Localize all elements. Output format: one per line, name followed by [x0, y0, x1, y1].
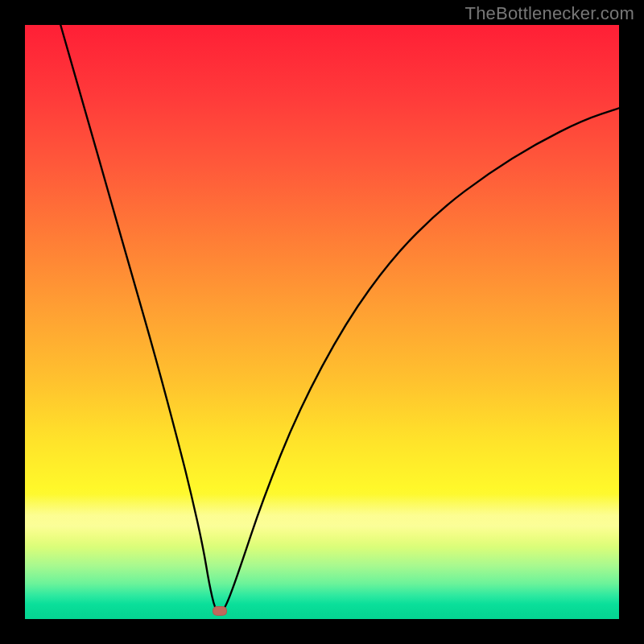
- curve-svg: [25, 25, 619, 619]
- chart-stage: TheBottlenecker.com: [0, 0, 644, 644]
- plot-frame: [23, 23, 621, 621]
- min-marker: [213, 606, 227, 616]
- curve-path: [60, 25, 619, 612]
- watermark-text: TheBottlenecker.com: [465, 3, 634, 24]
